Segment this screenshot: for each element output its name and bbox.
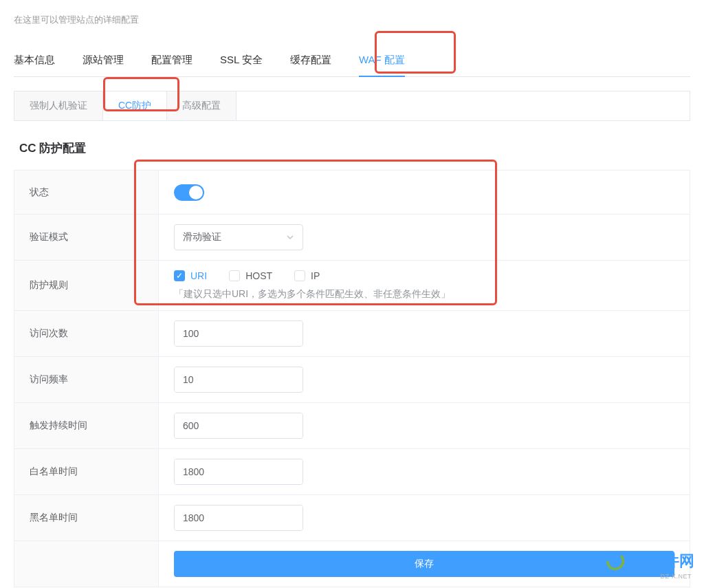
tab-cache-config[interactable]: 缓存配置 [290,45,331,76]
sub-tabs: 强制人机验证 CC防护 高级配置 [14,91,690,121]
label-verify-mode: 验证模式 [14,215,159,260]
watermark-subtext: DZ-X.NET [661,573,692,580]
visit-count-input[interactable] [175,321,303,346]
checkbox-label: IP [311,270,320,281]
row-save: 保存 [14,541,690,587]
whitelist-time-input[interactable] [175,459,303,484]
label-visit-freq: 访问频率 [14,357,159,402]
toggle-knob-icon [189,186,203,199]
row-trigger-duration: 触发持续时间 秒 [14,403,690,449]
page-subtitle: 在这里可以管理站点的详细配置 [14,14,690,26]
main-tabs: 基本信息 源站管理 配置管理 SSL 安全 缓存配置 WAF 配置 [14,45,690,77]
tab-basic-info[interactable]: 基本信息 [14,45,55,76]
sub-tab-captcha[interactable]: 强制人机验证 [14,91,103,120]
row-status: 状态 [14,171,690,215]
row-verify-mode: 验证模式 滑动验证 [14,215,690,261]
row-blacklist-time: 黑名单时间 秒 [14,495,690,541]
visit-count-input-group [174,320,303,347]
blacklist-time-input[interactable] [175,505,303,530]
checkbox-label: URI [190,270,207,281]
checkbox-ip[interactable]: IP [294,270,320,281]
label-protect-rule: 防护规则 [14,261,159,310]
save-button[interactable]: 保存 [174,551,674,577]
row-protect-rule: 防护规则 ✓ URI HOST IP 「建议只选中URI，多选为多个条件匹配生效… [14,261,690,311]
label-empty [14,541,159,587]
tab-ssl-security[interactable]: SSL 安全 [220,45,263,76]
row-whitelist-time: 白名单时间 秒 [14,449,690,495]
checkbox-uri[interactable]: ✓ URI [174,270,207,281]
checkbox-icon: ✓ [174,270,185,281]
row-visit-count: 访问次数 [14,311,690,357]
tab-waf-config[interactable]: WAF 配置 [359,45,405,76]
protect-rule-options: ✓ URI HOST IP [174,270,674,281]
checkbox-icon [229,270,240,281]
tab-config-manage[interactable]: 配置管理 [151,45,192,76]
status-toggle[interactable] [174,184,204,201]
form-table: 状态 验证模式 滑动验证 防护规则 ✓ URI [14,170,690,587]
verify-mode-select[interactable]: 滑动验证 [174,224,303,250]
checkbox-label: HOST [245,270,272,281]
trigger-duration-input[interactable] [175,413,303,438]
watermark: DZ插件网 [606,551,694,571]
tab-origin-manage[interactable]: 源站管理 [82,45,124,76]
row-visit-freq: 访问频率 秒 [14,357,690,403]
visit-freq-input-group: 秒 [174,367,303,393]
select-value: 滑动验证 [183,231,221,243]
label-visit-count: 访问次数 [14,311,159,356]
watermark-text: DZ插件网 [629,551,694,571]
section-title: CC 防护配置 [19,140,690,156]
checkbox-icon [294,270,305,281]
sub-tab-cc-protect[interactable]: CC防护 [103,91,167,120]
chevron-down-icon [286,233,294,241]
sub-tab-advanced[interactable]: 高级配置 [167,91,236,120]
label-status: 状态 [14,171,159,214]
watermark-logo-icon [606,552,625,571]
label-whitelist-time: 白名单时间 [14,449,159,494]
visit-freq-input[interactable] [175,367,303,392]
whitelist-time-input-group: 秒 [174,459,303,485]
checkbox-host[interactable]: HOST [229,270,272,281]
blacklist-time-input-group: 秒 [174,505,303,531]
trigger-duration-input-group: 秒 [174,413,303,439]
protect-rule-hint: 「建议只选中URI，多选为多个条件匹配生效、非任意条件生效」 [174,288,674,301]
label-trigger-duration: 触发持续时间 [14,403,159,448]
label-blacklist-time: 黑名单时间 [14,495,159,541]
